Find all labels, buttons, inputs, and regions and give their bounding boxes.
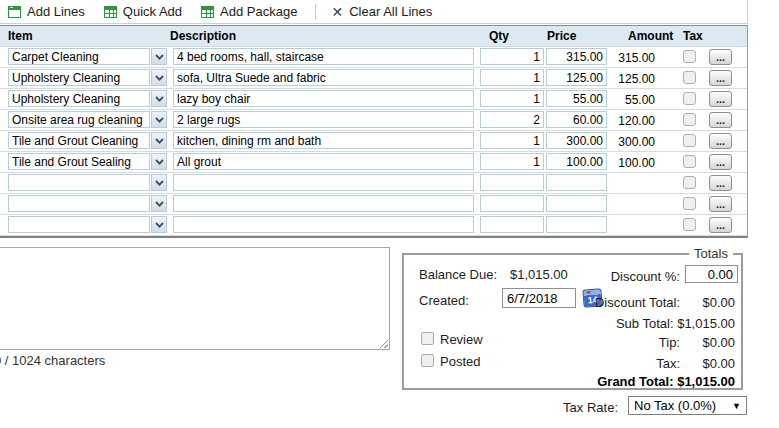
line-items-header: Item Description Qty Price Amount Tax [0, 25, 747, 47]
tax-checkbox[interactable] [683, 197, 696, 210]
amount-value: 125.00 [560, 72, 655, 86]
description-input[interactable] [173, 216, 474, 233]
sub-total-label: Sub Total: [616, 316, 674, 331]
clear-all-lines-label: Clear All Lines [349, 4, 432, 19]
line-options-button[interactable]: ... [709, 217, 732, 233]
item-input[interactable] [8, 90, 150, 107]
line-options-button[interactable]: ... [709, 70, 732, 86]
item-input[interactable] [8, 48, 150, 65]
chevron-down-icon [155, 54, 164, 60]
line-options-button[interactable]: ... [709, 91, 732, 107]
tax-checkbox[interactable] [683, 134, 696, 147]
tax-checkbox[interactable] [683, 92, 696, 105]
grand-total-row: Grand Total: $1,015.00 [484, 374, 735, 389]
item-input[interactable] [8, 111, 150, 128]
qty-input[interactable] [480, 195, 544, 212]
review-checkbox[interactable] [421, 332, 434, 345]
add-lines-button[interactable]: Add Lines [0, 1, 96, 23]
line-options-button[interactable]: ... [709, 196, 732, 212]
tax-checkbox[interactable] [683, 155, 696, 168]
tax-checkbox[interactable] [683, 113, 696, 126]
line-options-button[interactable]: ... [709, 133, 732, 149]
item-dropdown-button[interactable] [151, 90, 167, 107]
line-item-row: 125.00 ... [0, 68, 747, 89]
tax-rate-select[interactable]: No Tax (0.0%) ▼ [628, 396, 747, 415]
invoice-line-items-screen: Add Lines Quick Add Add Package ✕ Clear … [0, 0, 779, 428]
quick-add-button[interactable]: Quick Add [96, 1, 193, 23]
clear-all-lines-button[interactable]: ✕ Clear All Lines [323, 1, 443, 23]
item-input[interactable] [8, 216, 150, 233]
line-item-row: 55.00 ... [0, 89, 747, 110]
chevron-down-icon [155, 159, 164, 165]
item-input[interactable] [8, 132, 150, 149]
add-lines-icon [8, 6, 21, 18]
sub-total-row: Sub Total: $1,015.00 [504, 316, 735, 331]
description-input[interactable] [173, 48, 474, 65]
tax-checkbox[interactable] [683, 50, 696, 63]
tax-checkbox[interactable] [683, 176, 696, 189]
amount-value: 300.00 [560, 135, 655, 149]
line-options-button[interactable]: ... [709, 49, 732, 65]
totals-groupbox: Totals Balance Due: $1,015.00 Discount %… [402, 253, 743, 390]
item-input[interactable] [8, 153, 150, 170]
discount-pct-input[interactable] [685, 265, 738, 283]
qty-input[interactable] [480, 69, 544, 86]
item-dropdown-button[interactable] [151, 48, 167, 65]
tax-checkbox[interactable] [683, 218, 696, 231]
add-package-button[interactable]: Add Package [193, 1, 308, 23]
chevron-down-icon [155, 96, 164, 102]
item-dropdown-button[interactable] [151, 153, 167, 170]
item-dropdown-button[interactable] [151, 132, 167, 149]
qty-input[interactable] [480, 48, 544, 65]
price-input[interactable] [546, 174, 607, 191]
qty-input[interactable] [480, 111, 544, 128]
tax-checkbox[interactable] [683, 71, 696, 84]
qty-input[interactable] [480, 216, 544, 233]
item-dropdown-button[interactable] [151, 174, 167, 191]
item-dropdown-button[interactable] [151, 216, 167, 233]
quick-add-label: Quick Add [123, 4, 182, 19]
line-items-table: Item Description Qty Price Amount Tax 31… [0, 25, 748, 238]
line-options-button[interactable]: ... [709, 154, 732, 170]
description-input[interactable] [173, 69, 474, 86]
item-dropdown-button[interactable] [151, 111, 167, 128]
description-column-header: Description [170, 29, 236, 43]
qty-input[interactable] [480, 174, 544, 191]
item-input[interactable] [8, 69, 150, 86]
amount-value: 315.00 [560, 51, 655, 65]
toolbar-separator [315, 4, 316, 20]
line-options-button[interactable]: ... [709, 112, 732, 128]
item-column-header: Item [8, 29, 33, 43]
line-item-row: ... [0, 215, 747, 236]
description-input[interactable] [173, 195, 474, 212]
amount-column-header: Amount [628, 29, 673, 43]
tax-value: $0.00 [655, 356, 735, 371]
chevron-down-icon: ▼ [732, 401, 741, 411]
qty-input[interactable] [480, 153, 544, 170]
tax-rate-label: Tax Rate: [520, 400, 618, 415]
price-input[interactable] [546, 195, 607, 212]
posted-checkbox[interactable] [421, 354, 434, 367]
line-items-body: 315.00 ... 125.00 ... 55.00 ... [0, 47, 747, 238]
toolbar: Add Lines Quick Add Add Package ✕ Clear … [0, 0, 748, 24]
item-dropdown-button[interactable] [151, 69, 167, 86]
description-input[interactable] [173, 174, 474, 191]
line-options-button[interactable]: ... [709, 175, 732, 191]
description-input[interactable] [173, 111, 474, 128]
grand-total-value: $1,015.00 [677, 374, 735, 389]
notes-textarea[interactable] [0, 247, 390, 350]
qty-input[interactable] [480, 90, 544, 107]
qty-column-header: Qty [489, 29, 509, 43]
tax-rate-selected-value: No Tax (0.0%) [634, 398, 716, 413]
description-input[interactable] [173, 153, 474, 170]
amount-value: 120.00 [560, 114, 655, 128]
item-dropdown-button[interactable] [151, 195, 167, 212]
item-input[interactable] [8, 195, 150, 212]
tip-value: $0.00 [655, 335, 735, 350]
price-input[interactable] [546, 216, 607, 233]
description-input[interactable] [173, 132, 474, 149]
qty-input[interactable] [480, 132, 544, 149]
description-input[interactable] [173, 90, 474, 107]
item-input[interactable] [8, 174, 150, 191]
line-item-row: 100.00 ... [0, 152, 747, 173]
